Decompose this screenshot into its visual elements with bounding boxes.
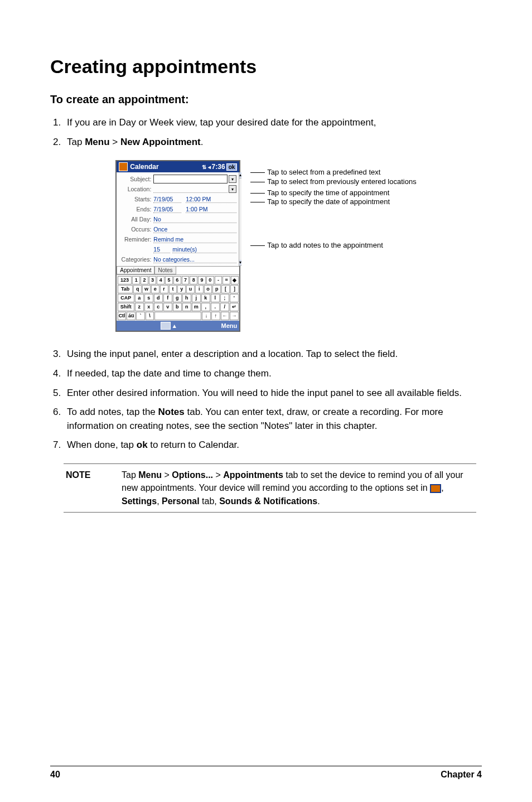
key-t[interactable]: t (169, 285, 177, 293)
subject-input[interactable] (153, 175, 228, 183)
scroll-track[interactable] (239, 178, 241, 260)
key-g[interactable]: g (173, 294, 182, 302)
key-o[interactable]: o (204, 285, 212, 293)
key-q[interactable]: q (133, 285, 142, 293)
starts-time[interactable]: 12:00 PM (186, 196, 236, 203)
key-r[interactable]: r (160, 285, 168, 293)
key-cap[interactable]: CAP (118, 294, 134, 302)
form-scrollbar[interactable]: ▴ ▾ (239, 172, 241, 266)
clock-text: 7:36 (212, 163, 225, 171)
location-dropdown[interactable]: ▾ (229, 185, 236, 193)
key-f[interactable]: f (163, 294, 172, 302)
ends-time[interactable]: 1:00 PM (186, 206, 236, 213)
key-v[interactable]: v (163, 303, 172, 311)
scroll-up-icon[interactable]: ▴ (239, 172, 241, 178)
key-y[interactable]: y (177, 285, 186, 293)
key-rbracket[interactable]: ] (230, 285, 239, 293)
key-up[interactable]: ↑ (211, 312, 220, 320)
key-enter[interactable]: ↵ (230, 303, 239, 311)
key-apos[interactable]: ' (230, 294, 239, 302)
ends-label: Ends: (119, 206, 151, 212)
key-minus[interactable]: - (215, 276, 223, 284)
key-s[interactable]: s (144, 294, 153, 302)
tab-notes[interactable]: Notes (154, 267, 176, 274)
subject-dropdown[interactable]: ▾ (229, 175, 236, 183)
menu-button[interactable]: Menu (221, 322, 238, 329)
note-b2: Options... (172, 470, 213, 480)
step-1: If you are in Day or Week view, tap your… (64, 116, 482, 130)
key-b[interactable]: b (173, 303, 182, 311)
key-6[interactable]: 6 (173, 276, 181, 284)
key-4[interactable]: 4 (157, 276, 165, 284)
key-k[interactable]: k (201, 294, 210, 302)
key-h[interactable]: h (182, 294, 191, 302)
key-a[interactable]: a (135, 294, 144, 302)
key-space[interactable] (154, 312, 201, 320)
key-comma[interactable]: , (201, 303, 210, 311)
key-8[interactable]: 8 (190, 276, 197, 284)
tab-appointment[interactable]: Appointment (117, 267, 154, 274)
key-lbracket[interactable]: [ (221, 285, 230, 293)
reminder-label: Reminder: (119, 236, 151, 243)
key-0[interactable]: 0 (206, 276, 214, 284)
key-semicolon[interactable]: ; (220, 294, 229, 302)
reminder-num[interactable]: 15 (153, 246, 170, 253)
key-x[interactable]: x (144, 303, 153, 311)
key-backslash[interactable]: \ (146, 312, 154, 320)
reminder-unit[interactable]: minute(s) (172, 246, 236, 253)
starts-date[interactable]: 7/19/05 (153, 196, 181, 203)
key-9[interactable]: 9 (198, 276, 206, 284)
key-tab[interactable]: Tab (118, 285, 133, 293)
soft-keyboard[interactable]: 123 1 2 3 4 5 6 7 8 9 0 - = ◆ (117, 274, 239, 321)
key-7[interactable]: 7 (182, 276, 190, 284)
location-value[interactable] (153, 186, 228, 193)
key-equals[interactable]: = (223, 276, 230, 284)
note-b5: Personal (162, 496, 200, 506)
key-u[interactable]: u (186, 285, 195, 293)
key-n[interactable]: n (182, 303, 191, 311)
note-gt1: > (162, 470, 172, 480)
device-menubar: ▴ Menu (117, 321, 239, 331)
key-w[interactable]: w (142, 285, 151, 293)
key-m[interactable]: m (192, 303, 201, 311)
allday-value[interactable]: No (153, 216, 236, 223)
categories-value[interactable]: No categories... (153, 256, 236, 263)
reminder-value[interactable]: Remind me (153, 236, 236, 243)
key-backspace[interactable]: ◆ (231, 276, 239, 284)
key-p[interactable]: p (212, 285, 221, 293)
key-3[interactable]: 3 (149, 276, 157, 284)
key-5[interactable]: 5 (165, 276, 173, 284)
occurs-value[interactable]: Once (153, 226, 236, 233)
allday-label: All Day: (119, 216, 151, 223)
key-i[interactable]: i (195, 285, 204, 293)
categories-label: Categories: (119, 256, 151, 263)
kb-row-3: CAP a s d f g h j k l ; ' (117, 293, 239, 302)
key-1[interactable]: 1 (132, 276, 140, 284)
key-j[interactable]: j (192, 294, 201, 302)
kb-row-4: Shift z x c v b n m , . / ↵ (117, 302, 239, 311)
key-accent[interactable]: áü (127, 312, 136, 320)
note-block: NOTE Tap Menu > Options... > Appointment… (64, 463, 476, 513)
key-backtick[interactable]: ` (136, 312, 145, 320)
key-right[interactable]: → (230, 312, 239, 320)
key-slash[interactable]: / (220, 303, 229, 311)
ends-date[interactable]: 7/19/05 (153, 206, 181, 213)
key-down[interactable]: ↓ (202, 312, 211, 320)
key-period[interactable]: . (211, 303, 220, 311)
chapter-label: Chapter 4 (441, 770, 482, 780)
key-2[interactable]: 2 (141, 276, 148, 284)
key-ctl[interactable]: Ctl (118, 312, 127, 320)
key-z[interactable]: z (135, 303, 144, 311)
ok-button[interactable]: ok (226, 163, 238, 171)
key-e[interactable]: e (151, 285, 159, 293)
key-l[interactable]: l (211, 294, 220, 302)
key-d[interactable]: d (154, 294, 163, 302)
scroll-down-icon[interactable]: ▾ (239, 260, 241, 266)
keyboard-toggle-icon[interactable] (161, 322, 171, 330)
key-shift[interactable]: Shift (118, 303, 134, 311)
key-123[interactable]: 123 (118, 276, 132, 284)
callout-time: Tap to specify the time of appointment (267, 189, 389, 197)
key-c[interactable]: c (154, 303, 163, 311)
kb-arrow-icon[interactable]: ▴ (173, 322, 176, 330)
key-left[interactable]: ← (221, 312, 230, 320)
